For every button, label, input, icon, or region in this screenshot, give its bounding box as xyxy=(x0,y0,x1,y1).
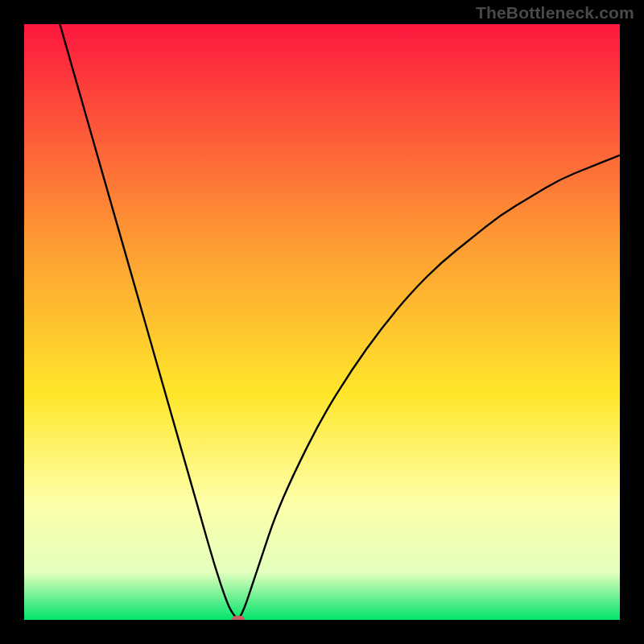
plot-area xyxy=(24,24,620,620)
curve-layer xyxy=(24,24,620,620)
minimum-marker xyxy=(232,616,245,620)
bottleneck-curve xyxy=(60,24,620,618)
chart-frame: TheBottleneck.com xyxy=(0,0,644,644)
watermark-text: TheBottleneck.com xyxy=(476,3,634,23)
